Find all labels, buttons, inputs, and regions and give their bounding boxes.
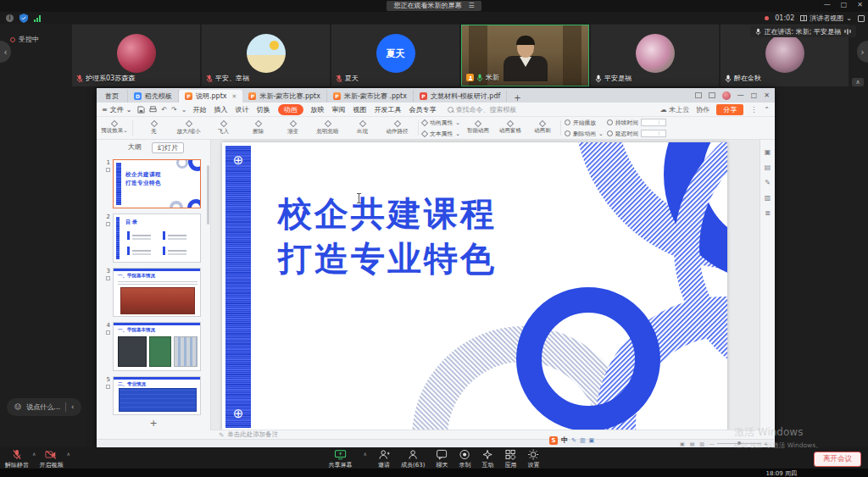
slides-tab-selected[interactable]: 幻灯片: [152, 142, 184, 153]
camera-options-caret[interactable]: ∧: [66, 451, 70, 457]
participant-tile[interactable]: 护理系03苏森森: [72, 25, 200, 86]
start-video-button[interactable]: 开启视频: [39, 449, 63, 469]
members-button[interactable]: 成员(63): [401, 449, 425, 469]
tab-review[interactable]: 审阅: [332, 105, 346, 114]
rail-pane-icon[interactable]: ▥: [765, 194, 771, 202]
gallery-item[interactable]: 擦除: [241, 119, 275, 137]
account-avatar[interactable]: [722, 92, 731, 100]
tab-devtools[interactable]: 开发工具: [375, 105, 402, 114]
layout-split-icon[interactable]: [695, 92, 702, 98]
save-icon[interactable]: [137, 106, 145, 114]
mic-options-caret[interactable]: ∧: [32, 451, 36, 457]
preset-effects-button[interactable]: 预设效果⌄: [100, 119, 129, 137]
collapse-chat-icon[interactable]: ‹: [71, 403, 74, 411]
smart-animation-button[interactable]: 智能动画: [464, 119, 492, 137]
gallery-item[interactable]: 飞入: [206, 119, 241, 137]
quick-chat-bubble[interactable]: ☺ 说点什么... ‹: [7, 398, 81, 416]
tab-start[interactable]: 开始: [193, 105, 207, 114]
participant-tile[interactable]: 夏天 夏天: [331, 25, 459, 86]
slide-thumbnail-selected[interactable]: 校企共建课程打造专业特色: [113, 159, 201, 208]
tab-document[interactable]: P 米新-蒙市比赛.pptx: [242, 90, 326, 103]
share-options-caret[interactable]: ∧: [364, 451, 367, 457]
ime-lang-mode[interactable]: 中: [561, 435, 568, 445]
interact-button[interactable]: 互动: [481, 449, 493, 469]
wps-minimize-button[interactable]: —: [737, 92, 744, 99]
tab-docer[interactable]: D 稻壳模板: [128, 90, 179, 103]
tab-home[interactable]: 首页: [97, 90, 128, 103]
share-button[interactable]: 分享: [716, 104, 743, 115]
view-mode-button[interactable]: 演讲者视图 ⌄: [800, 14, 852, 23]
view-show-icon[interactable]: ▥: [699, 441, 704, 446]
gallery-item[interactable]: 无: [136, 119, 171, 137]
rail-pane-icon[interactable]: ≣: [765, 209, 771, 217]
rail-pane-icon[interactable]: ▣: [765, 148, 771, 156]
slide-thumbnail[interactable]: 一、学院基本情况: [113, 322, 201, 371]
command-search[interactable]: 查找命令、搜索模板: [448, 105, 517, 114]
banner-menu-icon[interactable]: ☰: [468, 1, 474, 11]
add-slide-button[interactable]: +: [97, 418, 210, 429]
leave-meeting-button[interactable]: 离开会议: [814, 452, 861, 467]
gallery-item[interactable]: 动作路径: [380, 119, 415, 137]
rail-pane-icon[interactable]: ▤: [765, 164, 771, 171]
participant-tile-speaking[interactable]: 米新: [461, 25, 589, 86]
slide-thumbnail[interactable]: 一、学院基本情况: [113, 268, 201, 317]
tab-animation-selected[interactable]: 动画: [278, 104, 303, 115]
tab-design[interactable]: 设计: [236, 105, 249, 114]
slide-thumbnail[interactable]: 二、专业情况: [113, 376, 201, 415]
slide-title[interactable]: 校企共建课程 打造专业特色: [278, 191, 497, 281]
fullscreen-button[interactable]: [858, 15, 865, 22]
tab-close-icon[interactable]: ✕: [232, 93, 237, 100]
delay-input[interactable]: [641, 130, 666, 137]
ime-bar[interactable]: S 中 ✎ ▥ ▣: [549, 435, 594, 445]
gallery-item[interactable]: 渐变: [275, 119, 310, 137]
ime-keyboard-icon[interactable]: ▥: [580, 437, 586, 444]
rail-pane-icon[interactable]: ✎: [765, 179, 771, 186]
zoom-slider[interactable]: —+: [709, 441, 768, 446]
slide-thumbnail[interactable]: 目 录: [113, 214, 201, 263]
animation-pane-button[interactable]: 动画窗格: [496, 119, 525, 137]
share-screen-button[interactable]: 共享屏幕: [329, 449, 353, 469]
more-menu-icon[interactable]: ⋮: [750, 106, 757, 114]
print-icon[interactable]: [149, 106, 157, 114]
participant-tile[interactable]: 平安是福: [591, 25, 719, 86]
tab-member[interactable]: 会员专享: [409, 105, 437, 114]
unmute-button[interactable]: 解除静音: [5, 449, 29, 469]
participant-tile[interactable]: 平安、幸福: [202, 25, 330, 86]
undo-icon[interactable]: ↶: [161, 106, 167, 114]
file-menu-button[interactable]: ≡ 文件 ⌄: [102, 105, 131, 114]
tab-document[interactable]: P 米新-蒙市比赛 .pptx: [327, 90, 414, 103]
gallery-item[interactable]: 忽明忽暗: [310, 119, 345, 137]
strip-scroll-right-button[interactable]: ›: [857, 41, 868, 63]
gallery-item[interactable]: 出现: [345, 119, 380, 137]
redo-icon[interactable]: ↷: [171, 106, 177, 114]
panel-scrollbar[interactable]: [207, 165, 209, 225]
tab-slideshow[interactable]: 放映: [311, 105, 325, 114]
gallery-item[interactable]: 放大/缩小: [171, 119, 206, 137]
ime-settings-icon[interactable]: ▣: [589, 437, 595, 444]
quick-caret-icon[interactable]: ⌄: [181, 106, 187, 114]
delete-animation-button[interactable]: 删除动画⌄: [565, 130, 604, 138]
current-slide[interactable]: ⊕ ⊕ 校企共建课程 打造专业特色: [222, 142, 727, 431]
apps-button[interactable]: 应用: [504, 449, 516, 469]
maximize-button[interactable]: □: [841, 1, 848, 9]
shield-icon[interactable]: [19, 14, 28, 23]
new-tab-button[interactable]: +: [507, 93, 527, 103]
invite-button[interactable]: 邀请: [378, 449, 390, 469]
text-property-button[interactable]: 文本属性⌄: [422, 130, 460, 138]
minimize-button[interactable]: —: [824, 1, 831, 9]
info-icon[interactable]: i: [6, 14, 14, 22]
cloud-status[interactable]: ☁ 未上云: [660, 105, 690, 114]
watching-banner[interactable]: 您正在观看米新的屏幕 ☰: [387, 1, 481, 11]
tab-document-active[interactable]: P 说明.pptx ✕: [179, 90, 242, 103]
tab-transition[interactable]: 切换: [257, 105, 270, 114]
tab-insert[interactable]: 插入: [214, 105, 228, 114]
tab-view[interactable]: 视图: [353, 105, 367, 114]
collab-button[interactable]: 协作: [696, 105, 709, 114]
chat-placeholder[interactable]: 说点什么...: [26, 402, 60, 412]
tab-document[interactable]: P 文慧材料-模板研讨.pdf: [414, 90, 507, 103]
record-button[interactable]: 录制: [459, 449, 470, 469]
animation-brush-button[interactable]: 动画刷: [528, 119, 557, 137]
start-play-button[interactable]: 开始播放: [565, 119, 604, 127]
animation-property-button[interactable]: 动画属性⌄: [422, 119, 460, 127]
smiley-icon[interactable]: ☺: [14, 403, 21, 411]
